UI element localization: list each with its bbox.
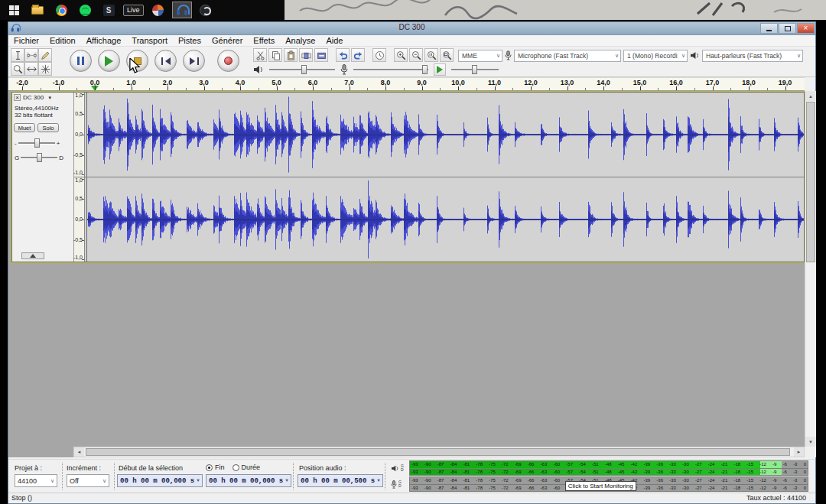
whiteboard-drawing [285,0,826,20]
input-volume-thumb[interactable] [422,65,428,74]
menu-edition[interactable]: Edition [44,36,81,45]
scroll-up-arrow[interactable]: ▲ [805,91,816,101]
trim-button[interactable] [299,48,313,62]
menu-pistes[interactable]: Pistes [173,36,206,45]
pause-button[interactable] [70,50,92,72]
draw-tool-button[interactable] [38,48,52,62]
menu-analyse[interactable]: Analyse [280,36,320,45]
start-button[interactable] [4,2,24,18]
close-button[interactable]: × [797,23,815,34]
playback-speed-slider[interactable] [451,64,499,75]
pan-thumb[interactable] [37,153,42,162]
envelope-tool-button[interactable] [24,48,38,62]
track-menu-arrow-icon[interactable]: ▼ [47,96,52,100]
end-radio[interactable]: Fin [206,463,225,471]
meter-scale-label: -3 [793,485,797,492]
play-button[interactable] [98,50,120,72]
redo-button[interactable] [351,48,365,62]
gain-slider[interactable] [18,138,55,148]
zoom-tool-button[interactable] [11,62,24,76]
solo-button[interactable]: Solo [37,123,59,132]
meter-scale-label: -12 [759,461,766,468]
fit-project-button[interactable] [440,48,454,62]
playback-speed-thumb[interactable] [472,65,477,74]
minimize-button[interactable] [760,23,778,34]
vertical-scrollbar[interactable]: ▲ ▼ [805,91,816,447]
vertical-scroll-thumb[interactable] [806,102,815,262]
skip-start-button[interactable] [154,50,177,72]
maximize-button[interactable] [779,23,796,34]
timeline-ruler[interactable]: -2,0-1,00,01,02,03,04,05,06,07,08,09,010… [8,77,805,91]
chrome-button[interactable] [51,2,71,18]
paste-button[interactable] [284,48,298,62]
scroll-left-arrow[interactable]: ◄ [74,447,84,457]
file-explorer-button[interactable] [28,2,47,18]
recording-meter[interactable]: GD -93-90-87-84-81-78-75-72-69-66-63-60-… [389,476,808,492]
waveform-right[interactable] [85,177,804,262]
audio-track[interactable]: × DC 300 ▼ Stéréo,44100Hz 32 bits flotta… [11,92,805,262]
playback-device-select[interactable]: Haut-parleurs (Fast Track)∨ [702,50,803,62]
selection-start-field[interactable]: 00 h 00 m 00,000 s▼ [117,474,203,487]
gain-thumb[interactable] [34,138,40,148]
recording-device-select[interactable]: Microphone (Fast Track)∨ [514,50,621,62]
live-button[interactable]: Live [122,2,145,18]
meter-scale-label: -9 [772,477,776,484]
meter-scale-label: -36 [656,477,663,484]
windows-logo-icon [9,5,19,15]
project-rate-select[interactable]: 44100∨ [15,474,57,487]
ruler-minor-tick [222,88,223,90]
horizontal-scroll-thumb[interactable] [86,448,790,456]
timer-button[interactable] [372,48,386,62]
menu-affichage[interactable]: Affichage [81,36,127,45]
menu-effets[interactable]: Effets [248,36,280,45]
spotify-button[interactable] [75,2,95,18]
selection-end-field[interactable]: 00 h 00 m 00,000 s▼ [206,474,291,487]
scroll-down-arrow[interactable]: ▼ [805,437,816,447]
zoom-out-button[interactable] [409,48,423,62]
title-bar[interactable]: DC 300 × [8,22,815,35]
length-radio[interactable]: Durée [233,463,261,471]
track-close-button[interactable]: × [14,94,21,101]
mute-button[interactable]: Muet [14,123,35,132]
ruler-label: 12,0 [524,79,538,86]
input-volume-slider[interactable] [353,64,428,75]
snap-select[interactable]: Off∨ [67,474,109,487]
zoom-in-button[interactable] [394,48,408,62]
playback-meter[interactable]: GD -93-90-87-84-81-78-75-72-69-66-63-60-… [389,460,808,476]
skip-end-button[interactable] [183,50,205,72]
undo-button[interactable] [336,48,350,62]
play-at-speed-button[interactable] [434,63,446,76]
s-app-button[interactable]: S [99,2,119,18]
audio-host-select[interactable]: MME∨ [458,50,502,62]
obs-button[interactable] [196,2,216,18]
audacity-taskbar-button[interactable] [172,2,192,18]
waveform-left[interactable] [85,93,804,177]
menu-transport[interactable]: Transport [126,36,173,45]
selection-tool-button[interactable] [11,48,24,62]
recording-channels-select[interactable]: 1 (Mono) Recordi∨ [623,50,688,62]
menu-aide[interactable]: Aide [320,36,348,45]
monitoring-tooltip[interactable]: Click to Start Monitoring [565,481,636,491]
fit-selection-button[interactable] [424,48,438,62]
track-collapse-button[interactable] [21,252,44,259]
scroll-right-arrow[interactable]: ► [794,447,804,457]
ruler-label: 7,0 [344,79,354,86]
meter-scale-label: -39 [643,469,650,476]
media-app-button[interactable] [148,2,168,18]
record-button[interactable] [217,50,239,72]
copy-button[interactable] [268,48,282,62]
channel-right: 1,00,50,0-0,5-1,0 [74,177,804,262]
timeshift-tool-button[interactable] [24,62,38,76]
silence-button[interactable] [314,48,328,62]
output-volume-thumb[interactable] [301,65,307,74]
menu-générer[interactable]: Générer [206,36,248,45]
ruler-label: 18,0 [742,79,756,86]
pan-slider[interactable] [21,152,57,163]
output-volume-slider[interactable] [269,64,335,75]
cut-button[interactable] [253,48,267,62]
menu-fichier[interactable]: Fichier [8,36,44,45]
audio-position-field[interactable]: 00 h 00 m 00,500 s▼ [298,474,383,487]
horizontal-scrollbar[interactable]: ◄ ► [73,447,805,457]
chevron-down-icon: ▼ [377,478,380,483]
multi-tool-button[interactable] [38,62,52,76]
